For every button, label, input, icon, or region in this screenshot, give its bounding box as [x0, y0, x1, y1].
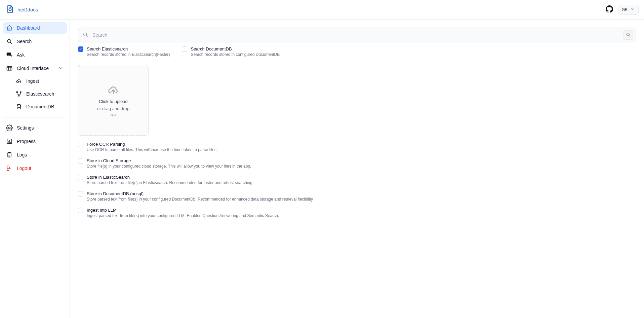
sidebar-item-progress[interactable]: Progress — [3, 136, 67, 147]
sidebar-item-label: Ask — [17, 52, 25, 58]
progress-icon — [6, 138, 13, 145]
nodes-icon — [15, 91, 22, 97]
option-title: Store in ElasticSearch — [87, 175, 253, 180]
chat-icon — [6, 51, 13, 58]
sidebar-item-search[interactable]: Search — [3, 36, 67, 47]
sidebar-item-label: Elasticsearch — [26, 91, 54, 97]
sidebar-divider — [3, 117, 66, 117]
checkbox-unchecked-icon — [78, 158, 83, 164]
filter-title: Search DocumentDB — [191, 46, 280, 51]
filter-docdb[interactable]: Search DocumentDB Search records stored … — [182, 46, 280, 57]
cloud-upload-icon — [107, 84, 119, 97]
sidebar-item-label: Logout — [17, 166, 31, 171]
filter-title: Search Elasticsearch — [87, 46, 170, 51]
sidebar-item-label: Dashboard — [17, 25, 40, 31]
search-input[interactable] — [92, 32, 620, 38]
search-icon — [6, 38, 13, 45]
sidebar-sublist-cloud: Ingest Elasticsearch DocumentDB — [3, 75, 67, 112]
sidebar-item-label: Cloud Interface — [17, 66, 49, 71]
chevron-down-icon — [630, 7, 635, 12]
filters: Search Elasticsearch Search records stor… — [78, 46, 636, 57]
option-desc: Store file(s) in your configured cloud s… — [87, 164, 251, 169]
sidebar-subitem-elasticsearch[interactable]: Elasticsearch — [12, 88, 67, 100]
option-title: Store in Cloud Storage — [87, 158, 251, 163]
app: Dashboard Search Ask Cloud Interface — [0, 20, 644, 318]
option-desc: Ingest parsed text from file(s) into you… — [87, 213, 279, 218]
brand-logo-icon — [5, 4, 15, 15]
option-store-docdb[interactable]: Store in DocumentDB (nosql) Store parsed… — [78, 191, 380, 202]
sidebar-item-logs[interactable]: Logs — [3, 149, 67, 161]
option-store-es[interactable]: Store in ElasticSearch Store parsed text… — [78, 175, 380, 185]
checkbox-checked-icon — [78, 46, 83, 52]
dropzone-primary: Click to upload — [99, 99, 127, 104]
filter-desc: Search records stored in Elasticsearch(F… — [87, 52, 170, 57]
option-ingest-llm[interactable]: Ingest into LLM Ingest parsed text from … — [78, 208, 380, 218]
filter-desc: Search records stored in configured Docu… — [191, 52, 280, 57]
clipboard-icon — [6, 151, 13, 158]
sidebar-item-label: Settings — [17, 125, 34, 131]
checkbox-unchecked-icon — [182, 46, 187, 52]
search-button[interactable] — [623, 30, 633, 40]
grid-icon — [6, 65, 13, 72]
topbar-right: GB — [605, 5, 639, 15]
option-force-ocr[interactable]: Force OCR Parsing Use OCR to parse all f… — [78, 142, 380, 152]
brand[interactable]: heißdocs — [5, 4, 38, 15]
search-bar — [78, 28, 636, 42]
option-title: Store in DocumentDB (nosql) — [87, 191, 314, 196]
svg-point-6 — [9, 127, 10, 129]
dropzone-secondary: or drag and drop — [97, 106, 129, 111]
option-title: Ingest into LLM — [87, 208, 279, 213]
sidebar-item-ask[interactable]: Ask — [3, 49, 67, 61]
checkbox-unchecked-icon — [78, 175, 83, 180]
topbar: heißdocs GB — [0, 0, 644, 20]
option-store-cloud[interactable]: Store in Cloud Storage Store file(s) in … — [78, 158, 380, 169]
sidebar-item-label: Ingest — [26, 78, 39, 84]
option-desc: Store parsed text from file(s) in your c… — [87, 197, 314, 202]
sidebar-subitem-documentdb[interactable]: DocumentDB — [12, 101, 67, 112]
checkbox-unchecked-icon — [78, 208, 83, 213]
home-icon — [6, 25, 13, 31]
chevron-down-icon — [58, 65, 64, 72]
sidebar-item-label: Logs — [17, 152, 27, 157]
main: Search Elasticsearch Search records stor… — [70, 20, 644, 318]
svg-point-5 — [17, 104, 21, 106]
locale-select[interactable]: GB — [618, 5, 639, 15]
options: Force OCR Parsing Use OCR to parse all f… — [78, 142, 380, 218]
svg-rect-1 — [7, 66, 12, 70]
sidebar-item-label: Progress — [17, 139, 36, 144]
option-desc: Use OCR to parse all files. This will in… — [87, 147, 217, 152]
brand-name: heißdocs — [17, 7, 38, 12]
cloud-upload-icon — [15, 78, 22, 84]
filter-es[interactable]: Search Elasticsearch Search records stor… — [78, 46, 170, 57]
option-desc: Store parsed text from file(s) in Elasti… — [87, 180, 253, 185]
checkbox-unchecked-icon — [78, 191, 83, 197]
sidebar-item-label: Search — [17, 39, 32, 44]
logout-icon — [6, 165, 13, 172]
github-link[interactable] — [605, 5, 614, 14]
sidebar-subitem-ingest[interactable]: Ingest — [12, 75, 67, 87]
checkbox-unchecked-icon — [78, 142, 83, 147]
sidebar-item-cloud-interface[interactable]: Cloud Interface — [3, 63, 67, 74]
github-icon — [606, 5, 613, 14]
search-icon — [82, 32, 88, 39]
locale-selected: GB — [622, 7, 628, 12]
sidebar-item-logout[interactable]: Logout — [3, 163, 67, 174]
option-title: Force OCR Parsing — [87, 142, 217, 147]
sidebar-item-dashboard[interactable]: Dashboard — [3, 22, 67, 34]
dropzone-hint: PDF — [110, 113, 117, 117]
database-icon — [15, 103, 22, 110]
sidebar-item-label: DocumentDB — [26, 104, 54, 109]
search-icon — [626, 32, 631, 38]
file-dropzone[interactable]: Click to upload or drag and drop PDF — [78, 65, 149, 136]
sidebar-item-settings[interactable]: Settings — [3, 122, 67, 134]
gear-icon — [6, 125, 13, 131]
sidebar: Dashboard Search Ask Cloud Interface — [0, 20, 70, 318]
